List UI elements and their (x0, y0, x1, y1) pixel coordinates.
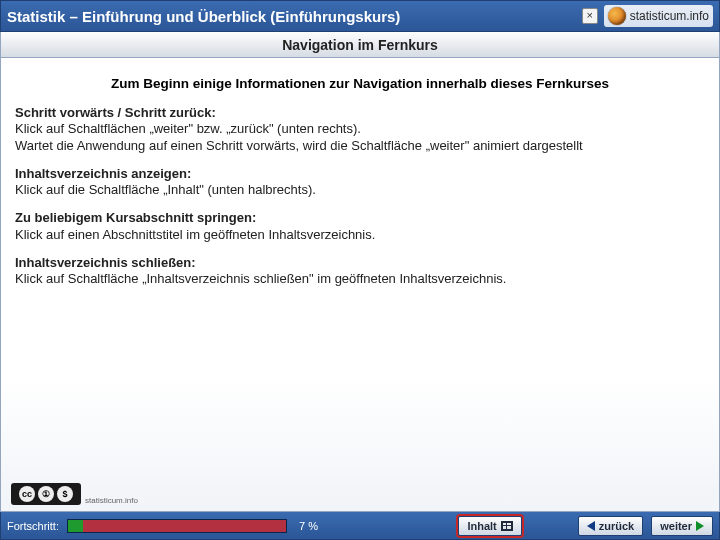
progress-bar (67, 519, 287, 533)
toc-button-label: Inhalt (467, 520, 496, 532)
paragraph-body: Klick auf einen Abschnittstitel im geöff… (15, 227, 375, 242)
paragraph-heading: Inhaltsverzeichnis anzeigen: (15, 166, 191, 181)
back-button-label: zurück (599, 520, 634, 532)
next-button-label: weiter (660, 520, 692, 532)
cc-by-icon: ① (38, 486, 54, 502)
footer-bar: Fortschritt: 7 % Inhalt zurück weiter (0, 512, 720, 540)
paragraph-body: Klick auf die Schaltfläche „Inhalt" (unt… (15, 182, 316, 197)
content-area: Zum Beginn einige Informationen zur Navi… (0, 58, 720, 512)
paragraph-body: Klick auf Schaltfläche „Inhaltsverzeichn… (15, 271, 506, 286)
paragraph-jump: Zu beliebigem Kursabschnitt springen: Kl… (15, 210, 705, 243)
progress-label: Fortschritt: (7, 520, 59, 532)
app-frame: Statistik – Einführung und Überblick (Ei… (0, 0, 720, 540)
license-caption: statisticum.info (85, 496, 138, 505)
window-title: Statistik – Einführung und Überblick (Ei… (7, 8, 582, 25)
brand-text: statisticum.info (630, 9, 709, 23)
progress-percent: 7 % (299, 520, 318, 532)
next-button[interactable]: weiter (651, 516, 713, 536)
progress-fill (68, 520, 83, 532)
table-icon (501, 521, 513, 531)
paragraph-heading: Schritt vorwärts / Schritt zurück: (15, 105, 216, 120)
paragraph-toc-close: Inhaltsverzeichnis schließen: Klick auf … (15, 255, 705, 288)
section-title: Navigation im Fernkurs (0, 32, 720, 58)
arrow-left-icon (587, 521, 595, 531)
toc-button[interactable]: Inhalt (458, 516, 521, 536)
brand-logo: statisticum.info (604, 5, 713, 27)
arrow-right-icon (696, 521, 704, 531)
license-row: cc ① $ statisticum.info (9, 479, 711, 507)
cc-nc-icon: $ (57, 486, 73, 502)
paragraph-body: Klick auf Schaltflächen „weiter" bzw. „z… (15, 121, 361, 136)
paragraph-body: Wartet die Anwendung auf einen Schritt v… (15, 138, 583, 153)
back-button[interactable]: zurück (578, 516, 643, 536)
cc-badge-icon: cc ① $ (11, 483, 81, 505)
paragraph-heading: Inhaltsverzeichnis schließen: (15, 255, 196, 270)
paragraph-toc-show: Inhaltsverzeichnis anzeigen: Klick auf d… (15, 166, 705, 199)
paragraph-step: Schritt vorwärts / Schritt zurück: Klick… (15, 105, 705, 154)
cc-cc-icon: cc (19, 486, 35, 502)
globe-icon (608, 7, 626, 25)
title-bar: Statistik – Einführung und Überblick (Ei… (0, 0, 720, 32)
paragraph-heading: Zu beliebigem Kursabschnitt springen: (15, 210, 256, 225)
intro-heading: Zum Beginn einige Informationen zur Navi… (9, 76, 711, 91)
close-button[interactable]: × (582, 8, 598, 24)
